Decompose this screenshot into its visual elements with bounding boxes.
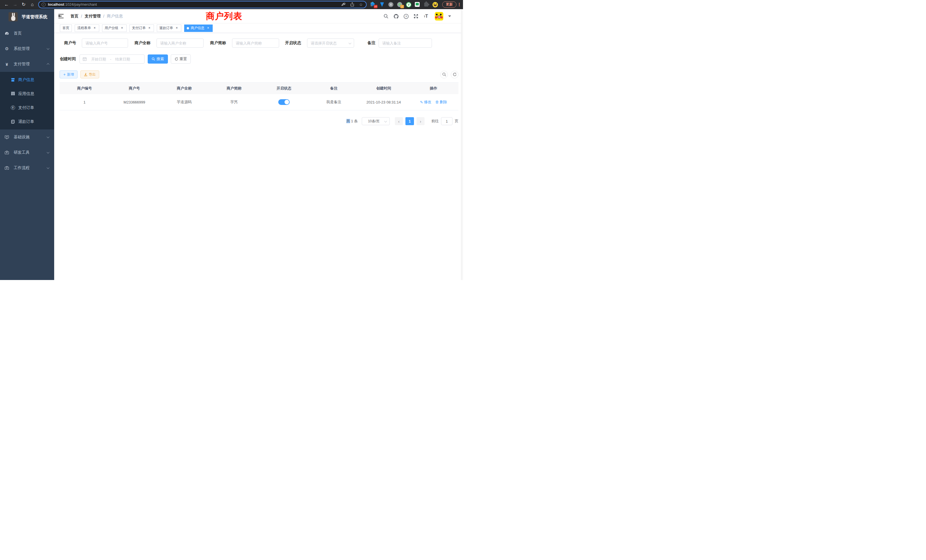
share-icon[interactable] <box>350 2 355 7</box>
toggle-search-button[interactable] <box>440 71 448 79</box>
sidebar-item-workflow[interactable]: 工作流程 <box>0 160 54 176</box>
tab-process-form[interactable]: 流程表单× <box>75 24 99 32</box>
sidebar-item-label: 应用信息 <box>18 91 34 96</box>
table-row: 1 M233666999 芋道源码 芋艿 我是备注 2021-10-23 08:… <box>60 94 458 110</box>
create-time-range-picker[interactable]: - <box>80 54 145 64</box>
tab-pay-order[interactable]: 支付订单× <box>129 24 154 32</box>
pagination: 共 1 条 10条/页 ‹ 1 › 前往 页 <box>60 117 458 125</box>
page-number-1[interactable]: 1 <box>406 117 414 125</box>
extensions-puzzle-icon[interactable] <box>424 2 429 7</box>
pencil-icon: ✎ <box>420 100 423 104</box>
sidebar-item-infrastructure[interactable]: 基础设施 <box>0 129 54 145</box>
next-page-button[interactable]: › <box>416 117 425 125</box>
extension-kite-icon[interactable] <box>380 2 384 7</box>
extension-tabs-icon[interactable]: 10 <box>371 2 376 7</box>
help-icon[interactable]: ? <box>403 14 409 19</box>
sidebar-item-label: 首页 <box>14 31 22 36</box>
sidebar-item-dev-tools[interactable]: 研发工具 <box>0 145 54 160</box>
sidebar-item-payment[interactable]: ¥ 支付管理 <box>0 56 54 72</box>
close-icon[interactable]: × <box>93 26 97 30</box>
short-name-input[interactable] <box>232 38 279 48</box>
font-size-icon[interactable]: тT <box>423 14 429 19</box>
tab-refund-order[interactable]: 退款订单× <box>157 24 181 32</box>
sidebar-item-merchant-info[interactable]: 商户信息 <box>0 73 54 87</box>
download-icon <box>84 73 87 76</box>
extension-badge: 1 <box>400 5 404 8</box>
cell-remark: 我是备注 <box>309 94 359 110</box>
status-select[interactable] <box>307 38 354 48</box>
github-icon[interactable] <box>393 14 399 19</box>
chrome-update-button[interactable]: 更新 <box>442 2 457 8</box>
site-info-icon[interactable]: i <box>42 3 45 6</box>
sidebar-item-refund-order[interactable]: 退款订单 <box>0 115 54 129</box>
extension-command-icon[interactable]: ⌘ <box>388 2 393 7</box>
browser-back-icon[interactable]: ← <box>2 2 11 7</box>
breadcrumb-payment[interactable]: 支付管理 <box>85 14 101 19</box>
cell-merchant-id: 1 <box>60 94 109 110</box>
url-bar[interactable]: i localhost:1024/pay/merchant ☆ <box>38 1 367 8</box>
page-size-select[interactable]: 10条/页 <box>362 117 390 125</box>
app-logo-row[interactable]: 芋道管理系统 <box>0 9 54 24</box>
add-button[interactable]: +新增 <box>60 70 77 79</box>
url-text[interactable]: localhost:1024/pay/merchant <box>48 2 342 6</box>
full-name-input[interactable] <box>156 38 204 48</box>
browser-toolbar: ← → ↻ ⌂ i localhost:1024/pay/merchant ☆ … <box>0 0 463 9</box>
password-key-icon[interactable] <box>342 2 346 7</box>
sidebar-item-home[interactable]: 首页 <box>0 26 54 41</box>
remark-input[interactable] <box>378 38 432 48</box>
profile-avatar-icon[interactable] <box>433 2 437 7</box>
close-icon[interactable]: × <box>120 26 124 30</box>
fullscreen-icon[interactable] <box>413 14 419 19</box>
shop-icon <box>11 77 15 82</box>
content: 商户号 商户全称 商户简称 开启状态 备注 创建时间 <box>54 33 458 125</box>
export-button[interactable]: 导出 <box>80 70 99 79</box>
filter-label: 开启状态 <box>284 41 301 45</box>
sidebar-collapse-icon[interactable] <box>59 14 64 18</box>
search-icon <box>152 57 155 61</box>
search-button[interactable]: 搜索 <box>148 54 168 64</box>
sidebar-item-app-info[interactable]: 应用信息 <box>0 87 54 101</box>
close-icon[interactable]: × <box>175 26 179 30</box>
merchant-no-input[interactable] <box>82 38 128 48</box>
tab-user-group[interactable]: 用户分组× <box>102 24 127 32</box>
user-menu-caret-icon[interactable] <box>448 15 451 17</box>
start-date-input[interactable] <box>89 57 108 61</box>
delete-button[interactable]: 删除 <box>435 100 447 104</box>
filter-label: 商户全称 <box>134 41 151 45</box>
reset-button[interactable]: 重置 <box>171 54 191 64</box>
tab-home[interactable]: 首页 <box>60 24 72 32</box>
grid-icon <box>11 92 15 96</box>
chevron-up-icon <box>47 63 50 66</box>
close-icon[interactable]: × <box>147 26 151 30</box>
extension-v-icon[interactable]: V <box>406 2 411 7</box>
sidebar-item-system[interactable]: ⚙ 系统管理 <box>0 41 54 56</box>
svg-text:?: ? <box>405 15 407 18</box>
tags-view: 首页 流程表单× 用户分组× 支付订单× 退款订单× 商户信息× <box>54 23 463 33</box>
extension-proxy-icon[interactable]: 1 <box>397 2 402 7</box>
browser-home-icon[interactable]: ⌂ <box>28 2 36 7</box>
page: ← → ↻ ⌂ i localhost:1024/pay/merchant ☆ … <box>0 0 463 280</box>
edit-button[interactable]: ✎修改 <box>420 100 431 104</box>
search-icon[interactable] <box>383 14 389 19</box>
dashboard-icon <box>5 31 9 36</box>
extension-chat-icon[interactable] <box>415 2 420 7</box>
document-icon <box>11 120 15 124</box>
sidebar-item-label: 支付管理 <box>14 62 30 67</box>
browser-reload-icon[interactable]: ↻ <box>20 2 28 7</box>
browser-forward-icon[interactable]: → <box>11 2 20 7</box>
scrollbar[interactable] <box>461 9 463 280</box>
goto-page-input[interactable] <box>441 117 452 125</box>
status-select-input[interactable] <box>307 38 354 48</box>
chevron-down-icon <box>47 166 50 169</box>
sidebar-item-pay-order[interactable]: ¥ 支付订单 <box>0 101 54 115</box>
bookmark-star-icon[interactable]: ☆ <box>359 2 363 7</box>
refresh-table-button[interactable] <box>451 71 458 79</box>
close-icon[interactable]: × <box>206 26 210 30</box>
end-date-input[interactable] <box>113 57 132 61</box>
browser-menu-icon[interactable]: ⋮ <box>457 2 462 7</box>
user-avatar[interactable] <box>435 12 443 21</box>
tab-merchant-info[interactable]: 商户信息× <box>184 24 213 32</box>
prev-page-button[interactable]: ‹ <box>395 117 403 125</box>
breadcrumb-home[interactable]: 首页 <box>70 14 79 19</box>
status-toggle[interactable] <box>278 99 290 105</box>
